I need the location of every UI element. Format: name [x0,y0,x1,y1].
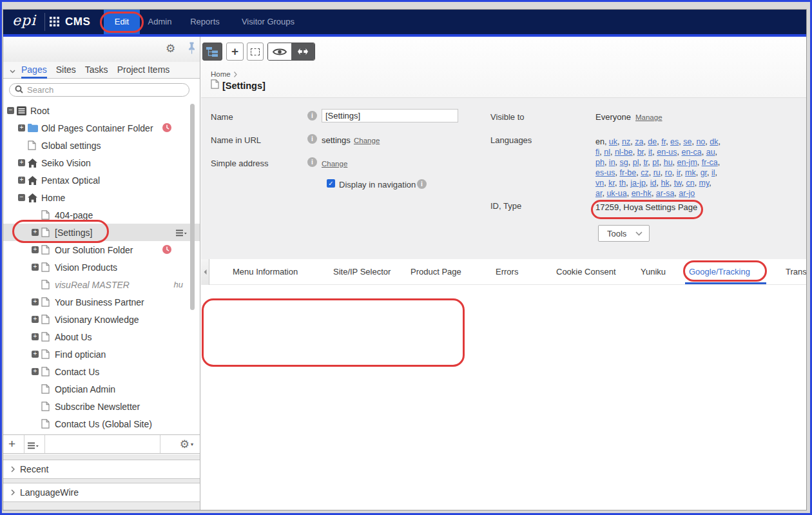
select-view-button[interactable] [247,43,264,61]
tree-item-home[interactable]: −Home [3,189,200,206]
language-link-ar-sa[interactable]: ar-sa [656,189,674,198]
language-link-ir[interactable]: ir [677,168,681,177]
language-link-fr[interactable]: fr [661,137,666,146]
language-link-tw[interactable]: tw [674,179,682,188]
manage-visibility-link[interactable]: Manage [635,113,662,121]
nav-item-edit[interactable]: Edit [104,10,140,34]
panel-settings-gear-icon[interactable]: ⚙ [166,43,175,55]
collapse-icon[interactable]: − [7,107,14,114]
recent-panel-header[interactable]: Recent [3,460,200,479]
language-link-kr[interactable]: kr [608,179,615,188]
info-icon[interactable]: i [307,134,317,144]
tree-item-pentax-optical[interactable]: +Pentax Optical [3,171,200,189]
content-tab-google-tracking[interactable]: Google/Tracking [689,259,750,285]
expand-icon[interactable]: + [32,298,39,306]
language-link-hk[interactable]: hk [661,179,670,188]
change-url-link[interactable]: Change [354,137,380,144]
tree-item-your-business-partner[interactable]: +Your Business Partner [3,293,200,311]
app-grid-icon[interactable] [50,17,59,29]
info-icon[interactable]: i [307,157,317,167]
language-link-gr[interactable]: gr [701,168,707,177]
panel-tab-sites[interactable]: Sites [56,62,76,79]
expand-icon[interactable]: + [32,246,39,253]
compare-versions-button[interactable] [291,43,314,60]
expand-icon[interactable]: + [32,368,39,375]
language-link-dk[interactable]: dk [710,137,718,146]
preview-eye-button[interactable] [268,43,291,60]
language-link-fr-be[interactable]: fr-be [620,168,637,177]
nav-item-admin[interactable]: Admin [144,10,176,34]
nav-item-reports[interactable]: Reports [187,10,223,34]
language-link-hu[interactable]: hu [664,158,673,167]
content-tab-transla[interactable]: Transla [786,259,806,285]
tree-item-optician-admin[interactable]: Optician Admin [3,380,200,398]
content-tab-menu-information[interactable]: Menu Information [233,259,298,285]
panel-tab-project-items[interactable]: Project Items [117,62,170,79]
tree-item-visionary-knowledge[interactable]: +Visionary Knowledge [3,311,200,328]
language-link-my[interactable]: my [699,179,710,188]
context-menu-icon[interactable] [176,229,187,239]
language-link-id[interactable]: id [650,179,657,188]
language-link-ph[interactable]: ph [595,158,604,167]
tree-options-menu-icon[interactable] [28,441,39,452]
breadcrumb-home-link[interactable]: Home [211,70,231,78]
language-link-en-hk[interactable]: en-hk [632,189,652,198]
expand-icon[interactable]: + [32,316,39,323]
content-tab-cookie-consent[interactable]: Cookie Consent [556,259,616,285]
content-tab-errors[interactable]: Errors [496,259,518,285]
tree-item-old-pages-container-folder[interactable]: +Old Pages Container Folder [3,119,200,137]
language-link-in[interactable]: in [609,158,615,167]
language-link-de[interactable]: de [648,137,657,146]
language-link-il[interactable]: il [711,168,715,177]
tree-item-root[interactable]: −Root [3,102,200,119]
language-link-ru[interactable]: ru [653,168,661,177]
language-link-en-ca[interactable]: en-ca [681,148,701,157]
language-link-cz[interactable]: cz [641,168,649,177]
language-link-ro[interactable]: ro [665,168,672,177]
tree-item-404-page[interactable]: 404-page [3,206,200,224]
expand-icon[interactable]: + [32,229,39,236]
language-link-th[interactable]: th [619,179,626,188]
language-link-fr-ca[interactable]: fr-ca [702,158,718,167]
language-link-ar-jo[interactable]: ar-jo [679,189,695,198]
language-link-uk[interactable]: uk [609,137,617,146]
tree-item-settings[interactable]: +[Settings] [3,224,200,241]
language-link-uk-ua[interactable]: uk-ua [606,189,626,198]
language-link-en-jm[interactable]: en-jm [677,158,697,167]
language-link-nl-be[interactable]: nl-be [615,148,633,157]
language-link-sg[interactable]: sg [620,158,628,167]
tools-button[interactable]: Tools [598,225,650,242]
language-link-se[interactable]: se [683,137,691,146]
change-simple-address-link[interactable]: Change [322,160,347,168]
expand-icon[interactable]: + [32,351,39,358]
panel-tab-tasks[interactable]: Tasks [85,62,108,79]
chevron-down-icon[interactable] [10,64,15,76]
pin-panel-icon[interactable] [188,42,196,57]
tree-item-contact-us-global-site[interactable]: Contact Us (Global Site) [3,415,200,432]
language-link-no[interactable]: no [696,137,705,146]
language-link-mk[interactable]: mk [685,168,696,177]
content-tab-site-ip-selector[interactable]: Site/IP Selector [333,259,391,285]
tree-settings-gear-icon[interactable]: ⚙▾ [180,439,193,450]
language-link-it[interactable]: it [648,148,652,157]
nav-item-visitor-groups[interactable]: Visitor Groups [232,10,304,34]
language-link-tr[interactable]: tr [643,158,648,167]
tree-item-subscribe-newsletter[interactable]: Subscribe Newsletter [3,398,200,415]
panel-tab-pages[interactable]: Pages [21,62,47,79]
tree-item-our-solution-folder[interactable]: +Our Solution Folder [3,241,200,258]
language-link-pl[interactable]: pl [633,158,639,167]
expand-icon[interactable]: + [32,333,39,340]
tree-item-contact-us[interactable]: +Contact Us [3,363,200,380]
language-link-nl[interactable]: nl [604,148,610,157]
expand-icon[interactable]: + [18,159,25,166]
toggle-navigation-tree-button[interactable] [202,43,222,61]
name-input[interactable] [322,109,458,122]
tree-scrollbar[interactable] [190,104,195,310]
language-link-br[interactable]: br [637,148,644,157]
tree-item-visureal-master[interactable]: visuReal MASTERhu [3,276,200,293]
content-tab-product-page[interactable]: Product Page [411,259,461,285]
info-icon[interactable]: i [307,111,317,121]
language-link-cn[interactable]: cn [686,179,694,188]
language-link-es[interactable]: es [670,137,679,146]
language-link-fi[interactable]: fi [595,148,599,157]
